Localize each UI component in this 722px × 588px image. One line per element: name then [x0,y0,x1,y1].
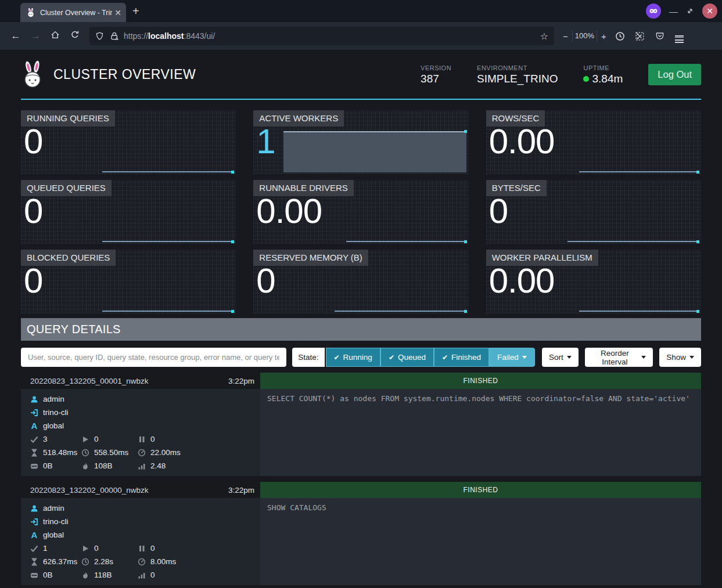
parallelism: 0 [150,571,155,579]
current-memory: 0B [43,461,53,470]
version-stat: VERSION 387 [421,64,451,85]
reorder-interval-dropdown[interactable]: Reorder Interval [585,348,653,367]
sparkline [346,241,466,242]
stat-value: 0 [256,264,275,298]
state-filter-finished[interactable]: ✔Finished [434,348,489,367]
state-filter-queued[interactable]: ✔Queued [380,348,434,367]
sparkline-filled [283,131,466,172]
chevron-down-icon [641,356,646,359]
back-icon[interactable]: ← [6,30,26,42]
stat-card-worker-parallelism: WORKER PARALLELISM 0.00 [486,250,701,313]
clock-icon [81,449,89,457]
stat-card-runnable-drivers: RUNNABLE DRIVERS 0.00 [253,180,468,244]
query-row: 20220823_132202_00000_nwbzk 3:22pm FINIS… [21,482,701,585]
forward-icon[interactable]: → [26,30,45,42]
browser-toolbar: ← → https://localhost:8443/ui/ ☆ − 100% … [0,22,722,50]
environment-label: ENVIRONMENT [477,64,558,71]
uptime-stat: UPTIME 3.84m [583,64,623,85]
cluster-header: CLUSTER OVERVIEW VERSION 387 ENVIRONMENT… [21,50,701,100]
environment-value: SIMPLE_TRINO [477,73,558,85]
user-icon [30,395,38,403]
resource-group-icon: A [30,422,38,430]
query-id-link[interactable]: 20220823_132202_00000_nwbzk [30,486,228,495]
check-icon: ✔ [334,353,340,362]
state-filter-running[interactable]: ✔Running [326,348,380,367]
query-source: trino-cli [43,408,69,417]
stat-card-reserved-memory: RESERVED MEMORY (B) 0 [253,250,468,313]
query-resource-group: global [43,421,64,430]
bookmark-star-icon[interactable]: ☆ [540,31,548,42]
clock-icon [81,558,89,566]
sparkline-dot [464,240,467,243]
stat-value: 0 [24,264,42,298]
cumulative-memory: 118B [94,571,112,579]
query-filter-bar: State: ✔Running ✔Queued ✔Finished Failed… [21,348,701,367]
equalizer-icon [138,462,146,470]
sparkline [579,171,699,172]
tab-close-icon[interactable]: ✕ [114,8,121,17]
gauge-icon [138,449,146,457]
query-sql-text: SELECT COUNT(*) as nodes FROM system.run… [260,389,701,476]
wall-time: 626.37ms [43,557,77,566]
show-dropdown[interactable]: Show [659,348,701,367]
new-tab-button[interactable]: + [132,5,139,18]
zoom-level[interactable]: 100% [572,30,597,42]
sparkline-dot [464,310,467,313]
query-meta-panel: admin trino-cli Aglobal 3 0 0 518.48ms 5… [21,389,260,476]
shield-icon[interactable] [95,31,104,41]
version-value: 387 [421,73,451,85]
stat-value: 0.00 [489,124,555,159]
maximize-button[interactable] [686,7,694,15]
sparkline-dot [464,130,467,133]
close-button[interactable]: ✕ [702,3,717,19]
query-meta-panel: admin trino-cli Aglobal 1 0 0 626.37ms 2… [21,498,260,585]
menu-icon[interactable] [670,34,689,38]
play-icon [81,544,89,553]
history-clock-icon[interactable] [610,31,630,41]
cluster-stats-grid: RUNNING QUERIES 0 ACTIVE WORKERS 1 ROWS/… [21,110,701,313]
query-resource-group: global [43,531,64,539]
reload-icon[interactable] [65,30,85,42]
running-splits: 0 [94,435,99,443]
url-text[interactable]: https://localhost:8443/ui/ [124,31,540,41]
stat-value: 0 [24,194,42,229]
parallelism: 2.48 [150,461,166,470]
stat-value: 0 [489,194,508,229]
sort-dropdown[interactable]: Sort [542,348,579,367]
zoom-in-button[interactable]: + [597,31,610,41]
current-memory: 0B [43,571,53,579]
stat-card-running-queries: RUNNING QUERIES 0 [21,110,236,174]
query-id-link[interactable]: 20220823_132205_00001_nwbzk [30,377,228,385]
pause-icon [138,435,146,443]
queued-splits: 0 [150,435,155,443]
stat-card-rows-sec: ROWS/SEC 0.00 [486,110,701,174]
query-status-badge: FINISHED [260,373,701,389]
stat-value: 0.00 [256,194,322,229]
sparkline [567,241,699,242]
state-filter-failed-dropdown[interactable]: Failed [489,348,535,367]
browser-titlebar: Cluster Overview - Trino ✕ + — ✕ [0,0,722,22]
lock-warning-icon[interactable] [110,31,119,41]
stat-value: 0 [24,124,42,159]
check-icon: ✔ [389,353,394,362]
sparkline [102,171,234,172]
completed-splits: 1 [43,544,48,553]
pocket-icon[interactable] [650,31,670,41]
page-title: CLUSTER OVERVIEW [53,67,421,82]
fire-icon [81,462,89,470]
browser-tab[interactable]: Cluster Overview - Trino ✕ [20,3,126,22]
stat-card-blocked-queries: BLOCKED QUERIES 0 [21,250,236,313]
sparkline [102,241,234,242]
minimize-button[interactable]: — [669,6,678,16]
wall-time: 518.48ms [43,448,77,457]
play-icon [81,435,89,443]
zoom-out-button[interactable]: − [559,31,572,41]
screenshot-icon[interactable] [630,31,650,41]
url-bar[interactable]: https://localhost:8443/ui/ ☆ [89,27,554,45]
private-browsing-icon [646,3,661,19]
logout-button[interactable]: Log Out [648,64,701,85]
sparkline-dot [696,171,699,174]
home-icon[interactable] [45,30,65,42]
query-status-badge: FINISHED [260,482,701,498]
search-input[interactable] [21,348,286,367]
